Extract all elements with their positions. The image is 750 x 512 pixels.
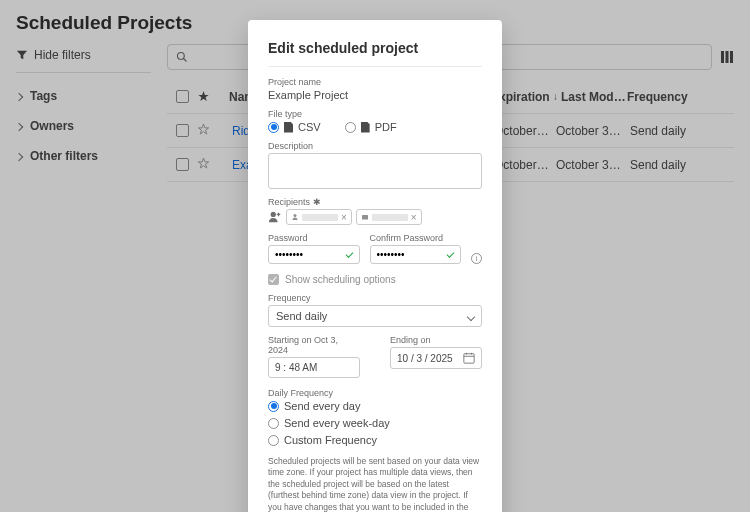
recipient-chip[interactable]: × [356,209,422,225]
radio-icon [268,401,279,412]
project-name-value: Example Project [268,89,482,101]
starting-label: Starting on Oct 3, 2024 [268,335,360,355]
radio-label: Custom Frequency [284,434,377,446]
show-scheduling-checkbox[interactable]: Show scheduling options [268,274,482,285]
project-name-label: Project name [268,77,482,87]
scheduling-note: Scheduled projects will be sent based on… [268,456,482,512]
ending-label: Ending on [390,335,482,345]
radio-icon [268,122,279,133]
password-label: Password [268,233,360,243]
add-recipient-icon[interactable] [268,210,282,224]
recipients-label: Recipients ✱ [268,197,482,207]
frequency-label: Frequency [268,293,482,303]
calendar-icon [463,352,475,364]
file-icon [284,122,293,133]
radio-label: Send every week-day [284,417,390,429]
svg-point-5 [271,212,276,217]
radio-label: Send every day [284,400,360,412]
start-time-input[interactable]: 9 : 48 AM [268,357,360,378]
radio-icon [345,122,356,133]
end-date-input[interactable]: 10 / 3 / 2025 [390,347,482,369]
check-icon [447,250,455,258]
frequency-select[interactable]: Send daily [268,305,482,327]
person-icon [291,213,299,221]
radio-week-day[interactable]: Send every week-day [268,417,482,429]
csv-label: CSV [298,121,321,133]
password-input[interactable] [268,245,360,264]
radio-icon [268,435,279,446]
radio-custom[interactable]: Custom Frequency [268,434,482,446]
svg-rect-7 [362,215,368,220]
radio-every-day[interactable]: Send every day [268,400,482,412]
show-scheduling-label: Show scheduling options [285,274,396,285]
end-date-value: 10 / 3 / 2025 [397,353,453,364]
svg-rect-8 [464,354,474,363]
radio-icon [268,418,279,429]
confirm-password-input[interactable] [370,245,462,264]
checkbox-icon [268,274,279,285]
remove-chip-icon[interactable]: × [341,212,347,223]
remove-chip-icon[interactable]: × [411,212,417,223]
pdf-label: PDF [375,121,397,133]
badge-icon [361,213,369,221]
chevron-down-icon [468,310,474,322]
file-type-label: File type [268,109,482,119]
file-type-csv[interactable]: CSV [268,121,321,133]
check-icon [345,250,353,258]
modal-title: Edit scheduled project [268,40,482,67]
file-type-pdf[interactable]: PDF [345,121,397,133]
description-input[interactable] [268,153,482,189]
info-icon[interactable]: i [471,253,482,264]
start-time-value: 9 : 48 AM [275,362,317,373]
edit-project-modal: Edit scheduled project Project name Exam… [248,20,502,512]
frequency-value: Send daily [276,310,327,322]
file-icon [361,122,370,133]
svg-point-6 [294,214,297,217]
recipient-chip[interactable]: × [286,209,352,225]
daily-frequency-label: Daily Frequency [268,388,482,398]
description-label: Description [268,141,482,151]
confirm-password-label: Confirm Password [370,233,462,243]
